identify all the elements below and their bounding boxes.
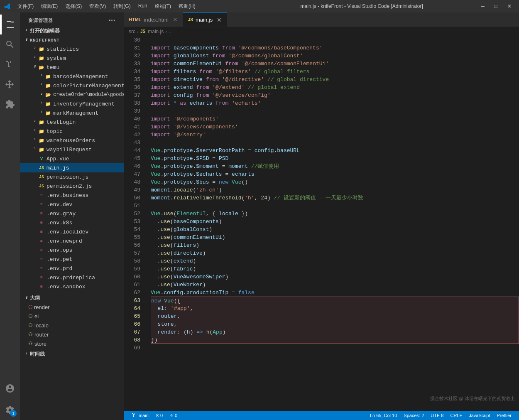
debug-activity-icon[interactable] <box>0 74 20 94</box>
status-formatter[interactable]: Prettier <box>494 413 515 418</box>
maximize-button[interactable]: □ <box>491 3 501 9</box>
tree-item-env-localdev[interactable]: › ≡ .env.localdev <box>20 227 124 236</box>
code-line-65: router, <box>151 312 519 320</box>
env-file-icon: ≡ <box>38 283 45 290</box>
tree-item-markmanagement[interactable]: › 📁 markManagement <box>20 108 124 118</box>
minimize-button[interactable]: ─ <box>477 3 488 9</box>
tree-item-warehouseorders[interactable]: › 📁 warehouseOrders <box>20 136 124 145</box>
outline-section[interactable]: ∨ 大纲 <box>20 294 124 302</box>
code-line-50: moment.relativeTimeThreshold('h', 24) //… <box>151 194 519 202</box>
tree-item-env-gray[interactable]: › ≡ .env.gray <box>20 209 124 218</box>
code-line-41: import '@/views/components' <box>151 123 519 131</box>
explorer-activity-icon[interactable] <box>0 15 20 34</box>
sidebar-scroll[interactable]: › 打开的编辑器 ∨ KNIFEFRONT › 📁 statistics › 📁… <box>20 27 124 420</box>
folder-open-icon: 📂 <box>45 91 51 98</box>
close-button[interactable]: ✕ <box>504 3 515 9</box>
tree-item-env-prd[interactable]: › ≡ .env.prd <box>20 264 124 273</box>
tab-bar: HTML index.html ✕ JS main.js ✕ <box>124 12 519 27</box>
tree-item-env-prdreplica[interactable]: › ≡ .env.prdreplica <box>20 273 124 282</box>
sidebar: 资源管理器 ··· › 打开的编辑器 ∨ KNIFEFRONT › 📁 stat… <box>20 12 124 420</box>
tree-item-env-newprd[interactable]: › ≡ .env.newprd <box>20 236 124 246</box>
code-line-39 <box>151 107 519 115</box>
outline-icon-el: ⚇ <box>28 313 33 319</box>
outline-item-store[interactable]: ⚇ store <box>20 339 124 348</box>
search-activity-icon[interactable] <box>0 34 20 54</box>
tree-item-barcodemanagement[interactable]: › 📁 barcodeManagement <box>20 72 124 81</box>
menu-edit[interactable]: 编辑(E) <box>38 2 61 11</box>
tree-item-waybillrequest[interactable]: › 📁 waybillRequest <box>20 145 124 154</box>
menu-help[interactable]: 帮助(H) <box>175 2 199 11</box>
menu-terminal[interactable]: 终端(T) <box>152 2 174 11</box>
env-file-icon: ≡ <box>38 192 45 199</box>
open-editors-section[interactable]: › 打开的编辑器 <box>20 27 124 35</box>
error-icon: ✕ 0 <box>155 413 163 418</box>
code-line-35: import directive from '@/directive' // g… <box>151 76 519 84</box>
code-line-63: new Vue({ <box>151 297 519 305</box>
code-editor[interactable]: 30 31 32 33 34 35 36 37 38 39 40 41 42 4… <box>124 36 519 411</box>
menu-goto[interactable]: 转到(G) <box>110 2 134 11</box>
tab-indexhtml[interactable]: HTML index.html ✕ <box>124 12 183 27</box>
settings-activity-icon[interactable]: 1 <box>0 400 20 420</box>
tree-item-system[interactable]: › 📁 system <box>20 54 124 63</box>
tree-item-env-ops[interactable]: › ≡ .env.ops <box>20 246 124 255</box>
timeline-section[interactable]: › 时间线 <box>20 350 124 359</box>
folder-icon: 📁 <box>38 119 45 125</box>
project-section[interactable]: ∨ KNIFEFRONT <box>20 36 124 44</box>
breadcrumb-src[interactable]: src <box>129 29 135 34</box>
status-branch[interactable]: main <box>128 413 152 418</box>
activity-bar: 1 <box>0 12 20 420</box>
status-position[interactable]: Ln 65, Col 10 <box>367 413 400 418</box>
tree-item-permissionjs[interactable]: › JS permission.js <box>20 172 124 182</box>
status-eol[interactable]: CRLF <box>447 413 465 418</box>
tree-item-env-k8s[interactable]: › ≡ .env.k8s <box>20 218 124 227</box>
outline-item-locale[interactable]: ⚇ locale <box>20 321 124 330</box>
menu-file[interactable]: 文件(F) <box>14 2 37 11</box>
tree-item-permission2js[interactable]: › JS permission2.js <box>20 182 124 191</box>
menu-run[interactable]: Run <box>135 2 151 11</box>
code-line-56: .use(filters) <box>151 241 519 249</box>
tree-item-env-business[interactable]: › ≡ .env.business <box>20 191 124 200</box>
sidebar-more-button[interactable]: ··· <box>109 17 115 24</box>
tab-close-indexhtml[interactable]: ✕ <box>173 16 178 23</box>
outline-item-el[interactable]: ⚇ el <box>20 312 124 321</box>
code-line-69 <box>151 344 519 352</box>
accounts-activity-icon[interactable] <box>0 378 20 398</box>
js-tab-icon: JS <box>188 17 193 22</box>
outline-item-render[interactable]: ⬡ render <box>20 302 124 312</box>
breadcrumb: src › JS main.js › ... <box>124 27 519 36</box>
status-errors[interactable]: ✕ 0 <box>152 413 166 418</box>
code-line-40: import '@/components' <box>151 115 519 123</box>
tree-item-statistics[interactable]: › 📁 statistics <box>20 44 124 54</box>
breadcrumb-more[interactable]: ... <box>169 29 173 34</box>
outline-item-router[interactable]: ⚇ router <box>20 330 124 339</box>
tab-close-mainjs[interactable]: ✕ <box>217 17 222 23</box>
code-line-49: moment.locale('zh-cn') <box>151 186 519 194</box>
code-content[interactable]: import baseComponents from '@/commons/ba… <box>144 36 519 411</box>
outline-icon-store: ⚇ <box>28 341 33 346</box>
tab-mainjs[interactable]: JS main.js ✕ <box>183 12 227 27</box>
tab-indexhtml-label: index.html <box>144 17 169 23</box>
tree-item-colorpicturemanagement[interactable]: › 📁 colorPictureManagement <box>20 81 124 90</box>
tree-item-createorder[interactable]: ∨ 📂 createOrder\module\goodsPart\module <box>20 90 124 99</box>
status-warnings[interactable]: ⚠ 0 <box>166 413 181 418</box>
menu-select[interactable]: 选择(S) <box>62 2 85 11</box>
status-encoding[interactable]: UTF-8 <box>427 413 447 418</box>
status-language[interactable]: JavaScript <box>465 413 493 418</box>
tree-item-appvue[interactable]: › V App.vue <box>20 154 124 163</box>
tree-item-env-pet[interactable]: › ≡ .env.pet <box>20 255 124 264</box>
title-bar: 文件(F) 编辑(E) 选择(S) 查看(V) 转到(G) Run 终端(T) … <box>0 0 519 12</box>
tree-item-inventorymanagement[interactable]: › 📁 inventoryManagement <box>20 99 124 108</box>
tree-item-env-sandbox[interactable]: › ≡ .env.sandbox <box>20 282 124 291</box>
tree-item-mainjs[interactable]: › JS main.js <box>20 163 124 172</box>
menu-view[interactable]: 查看(V) <box>86 2 109 11</box>
status-spaces[interactable]: Spaces: 2 <box>400 413 427 418</box>
breadcrumb-mainjs[interactable]: main.js <box>148 29 164 34</box>
tree-item-temu[interactable]: ∨ 📂 temu <box>20 63 124 72</box>
code-line-61: .use(VueWorker) <box>151 281 519 289</box>
tree-item-env-dev[interactable]: › ≡ .env.dev <box>20 200 124 209</box>
tree-item-testlogin[interactable]: › 📁 testLogin <box>20 118 124 127</box>
tree-item-topic[interactable]: › 📁 topic <box>20 127 124 136</box>
extensions-activity-icon[interactable] <box>0 94 20 114</box>
outline-icon-locale: ⚇ <box>28 322 33 328</box>
source-control-activity-icon[interactable] <box>0 54 20 74</box>
